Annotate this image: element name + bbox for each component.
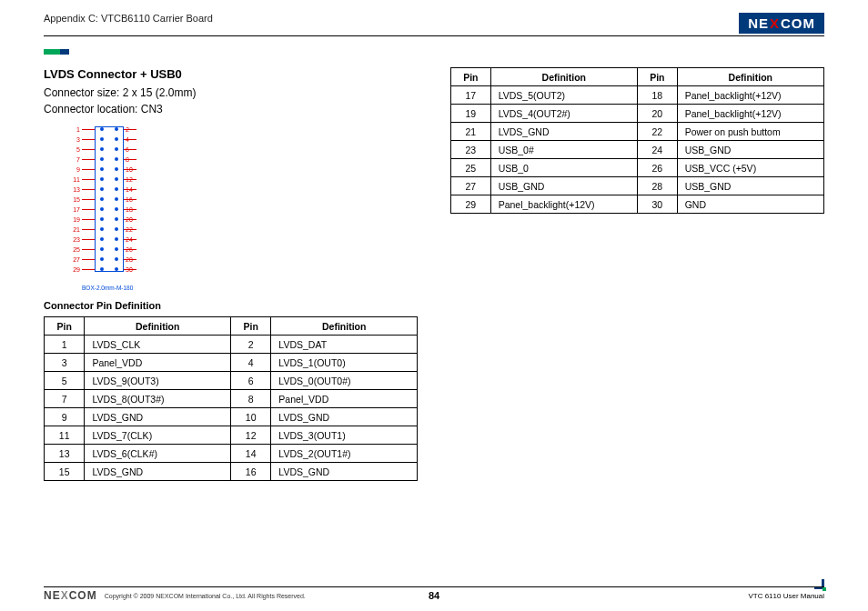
diagram-pin-number: 28 (126, 256, 138, 263)
definition-cell: USB_GND (490, 177, 637, 195)
diagram-pin-number: 1 (67, 126, 80, 133)
pin-cell: 5 (45, 372, 85, 390)
diagram-pin-line (82, 269, 95, 270)
diagram-pin-line (82, 249, 95, 250)
copyright-text: Copyright © 2009 NEXCOM International Co… (105, 593, 306, 599)
diagram-pin-dot (115, 177, 118, 181)
diagram-pin-line (82, 209, 95, 210)
table-row: 9LVDS_GND10LVDS_GND (45, 408, 418, 426)
accent-stripe-blue (60, 49, 69, 55)
pin-definition-title: Connector Pin Definition (44, 300, 418, 311)
logo-text-x: X (770, 15, 780, 31)
diagram-pin-number: 19 (67, 216, 80, 223)
definition-cell: LVDS_9(OUT3) (85, 372, 231, 390)
definition-cell: USB_GND (677, 141, 823, 159)
diagram-pin-number: 24 (126, 236, 138, 243)
diagram-pin-line (82, 239, 95, 240)
diagram-pin-row: 56 (55, 145, 164, 154)
pin-cell: 22 (637, 123, 677, 141)
definition-cell: Panel_backlight(+12V) (677, 86, 823, 105)
diagram-pin-line (82, 229, 95, 230)
definition-cell: GND (677, 195, 823, 214)
nexcom-logo-top: NEXCOM (739, 13, 824, 34)
diagram-pin-dot (115, 237, 118, 241)
diagram-pin-number: 13 (67, 186, 80, 193)
table-row: 29Panel_backlight(+12V)30GND (451, 195, 824, 214)
definition-cell: Panel_backlight(+12V) (490, 195, 637, 214)
diagram-pin-dot (115, 197, 118, 201)
definition-cell: LVDS_7(CLK) (85, 426, 231, 445)
table-row: 21LVDS_GND22Power on push buttom (451, 123, 824, 141)
diagram-pin-number: 17 (67, 206, 80, 213)
diagram-pin-line (82, 169, 95, 170)
diagram-pin-dot (115, 167, 118, 171)
definition-cell: LVDS_GND (85, 463, 231, 481)
definition-cell: LVDS_CLK (85, 336, 231, 354)
definition-cell: LVDS_5(OUT2) (490, 86, 637, 105)
pin-cell: 6 (230, 372, 270, 390)
diagram-pin-row: 12 (55, 125, 164, 134)
definition-cell: LVDS_GND (271, 463, 418, 481)
diagram-pin-dot (115, 247, 118, 251)
diagram-pin-dot (115, 257, 118, 261)
content-area: LVDS Connector + USB0 Connector size: 2 … (44, 67, 824, 573)
pin-cell: 1 (45, 336, 85, 354)
diagram-pin-dot (100, 167, 104, 171)
diagram-pin-row: 1112 (55, 175, 164, 184)
diagram-pin-dot (100, 217, 104, 221)
diagram-pin-number: 4 (126, 136, 138, 143)
pin-cell: 17 (451, 86, 491, 105)
diagram-pin-dot (115, 137, 118, 141)
pin-cell: 21 (451, 123, 491, 141)
diagram-pin-number: 10 (126, 166, 138, 173)
diagram-pin-number: 7 (67, 156, 80, 163)
diagram-pin-number: 3 (67, 136, 80, 143)
appendix-label: Appendix C: VTCB6110 Carrier Board (44, 13, 213, 24)
diagram-caption: BOX-2.0mm-M-180 (82, 285, 418, 291)
definition-cell: USB_0 (490, 159, 637, 177)
diagram-pin-dot (100, 157, 104, 161)
th-definition: Definition (677, 68, 823, 86)
diagram-pin-number: 15 (67, 196, 80, 203)
diagram-pin-dot (115, 267, 118, 271)
th-pin: Pin (230, 317, 270, 336)
diagram-pin-row: 34 (55, 135, 164, 144)
diagram-pin-row: 1314 (55, 185, 164, 194)
diagram-pin-dot (115, 147, 118, 151)
diagram-pin-dot (100, 137, 104, 141)
pin-cell: 24 (637, 141, 677, 159)
pin-cell: 2 (230, 336, 270, 354)
definition-cell: LVDS_6(CLK#) (85, 445, 231, 463)
pin-cell: 19 (451, 105, 491, 123)
diagram-pin-line (82, 139, 95, 140)
diagram-pin-dot (100, 207, 104, 211)
diagram-pin-row: 910 (55, 165, 164, 174)
diagram-pin-dot (100, 227, 104, 231)
pin-cell: 23 (451, 141, 491, 159)
diagram-pin-line (82, 149, 95, 150)
pin-cell: 13 (45, 445, 85, 463)
pin-cell: 30 (637, 195, 677, 214)
diagram-pin-number: 30 (126, 266, 138, 273)
diagram-pin-number: 21 (67, 226, 80, 233)
diagram-pin-dot (115, 217, 118, 221)
pin-cell: 28 (637, 177, 677, 195)
right-column: Pin Definition Pin Definition 17LVDS_5(O… (450, 67, 824, 573)
diagram-pin-number: 8 (126, 156, 138, 163)
left-column: LVDS Connector + USB0 Connector size: 2 … (44, 67, 418, 573)
diagram-pin-line (82, 129, 95, 130)
diagram-pin-dot (100, 177, 104, 181)
definition-cell: Panel_backlight(+12V) (677, 105, 823, 123)
pin-cell: 20 (637, 105, 677, 123)
diagram-pin-dot (115, 127, 118, 131)
diagram-pin-line (82, 199, 95, 200)
connector-diagram: 1234567891011121314151617181920212223242… (44, 126, 418, 291)
pin-cell: 25 (451, 159, 491, 177)
definition-cell: LVDS_1(OUT0) (271, 354, 418, 372)
definition-cell: USB_GND (677, 177, 823, 195)
pin-cell: 15 (45, 463, 85, 481)
diagram-pin-number: 20 (126, 216, 138, 223)
diagram-pin-dot (100, 187, 104, 191)
pin-table-right: Pin Definition Pin Definition 17LVDS_5(O… (450, 67, 824, 214)
definition-cell: LVDS_8(OUT3#) (85, 390, 231, 408)
